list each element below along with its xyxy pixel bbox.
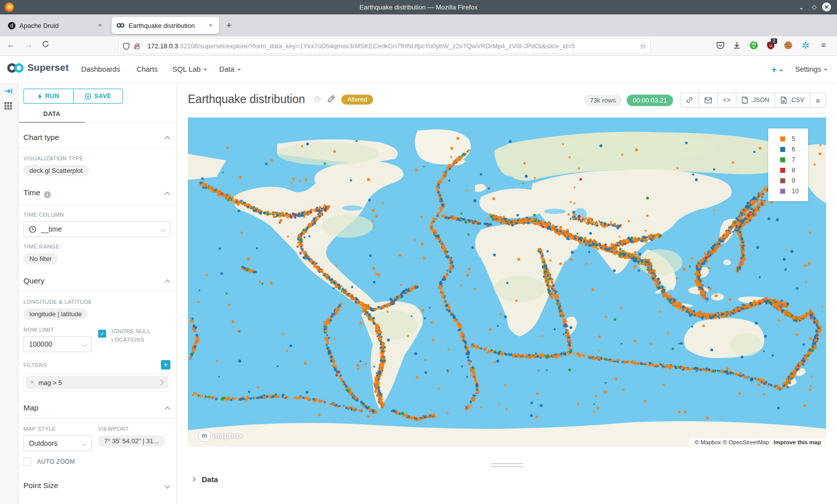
chart-menu-button[interactable]: ≡ bbox=[810, 93, 826, 107]
time-column-select[interactable]: __time bbox=[23, 221, 170, 237]
tab-close-icon[interactable]: × bbox=[96, 21, 104, 30]
export-json-button[interactable]: .JSON bbox=[736, 93, 775, 107]
ignore-null-checkbox[interactable]: ✓ bbox=[98, 330, 106, 338]
auto-zoom-checkbox[interactable] bbox=[23, 458, 31, 466]
pinwheel-extension-icon[interactable] bbox=[801, 41, 810, 50]
legend-swatch bbox=[780, 147, 785, 152]
insecure-lock-icon[interactable] bbox=[134, 42, 141, 50]
osm-attribution-link[interactable]: © OpenStreetMap bbox=[723, 439, 769, 445]
datasource-grid-icon[interactable] bbox=[4, 102, 12, 112]
share-link-button[interactable] bbox=[681, 93, 699, 107]
window-maximize-button[interactable]: ◇ bbox=[812, 3, 817, 10]
embed-code-button[interactable]: <> bbox=[718, 93, 737, 107]
tab-close-icon[interactable]: × bbox=[207, 21, 214, 30]
viewport-label: VIEWPORT bbox=[98, 426, 170, 432]
legend-label: 5 bbox=[792, 135, 795, 142]
section-point-size[interactable]: Point Size bbox=[19, 468, 176, 496]
data-panel-label: Data bbox=[202, 475, 218, 484]
extension-green-icon[interactable] bbox=[749, 41, 758, 50]
remove-filter-icon[interactable]: × bbox=[26, 379, 38, 386]
lonlat-value[interactable]: longitude | latitude bbox=[23, 308, 88, 320]
email-button[interactable] bbox=[699, 93, 718, 107]
mapbox-attribution-link[interactable]: © Mapbox bbox=[695, 439, 721, 445]
chevron-down-icon bbox=[82, 441, 87, 446]
chevron-right-icon bbox=[191, 477, 196, 482]
section-map[interactable]: Map bbox=[19, 393, 176, 418]
shield-icon[interactable] bbox=[123, 42, 131, 50]
export-button-group: <> .JSON .CSV ≡ bbox=[680, 93, 826, 108]
tab-label: Earthquake distribution bbox=[129, 22, 207, 29]
tab-earthquake-distribution[interactable]: Earthquake distribution × bbox=[112, 17, 219, 34]
filter-chip[interactable]: × mag > 5 bbox=[26, 376, 168, 389]
chevron-up-icon bbox=[164, 192, 170, 197]
legend-entry: 8 bbox=[768, 165, 808, 175]
window-minimize-button[interactable]: ⌄ bbox=[799, 3, 804, 11]
url-host: 172.18.0.3 bbox=[147, 42, 178, 50]
viewport-value[interactable]: 7° 35' 54.02" | 31... bbox=[98, 435, 165, 447]
data-results-collapse[interactable]: Data bbox=[191, 475, 218, 484]
expand-panel-icon[interactable] bbox=[4, 88, 13, 97]
superset-logo bbox=[7, 63, 24, 73]
browser-toolbar: ← → 172.18.0.3:32108/superset/explore/?f… bbox=[0, 36, 837, 56]
lightning-icon bbox=[38, 93, 42, 100]
chevron-down-icon bbox=[237, 69, 241, 71]
legend-swatch bbox=[780, 189, 785, 194]
section-time[interactable]: Timei bbox=[19, 178, 176, 204]
nav-sql-lab[interactable]: SQL Lab bbox=[172, 65, 207, 73]
download-icon[interactable] bbox=[732, 41, 741, 50]
window-close-button[interactable]: ✕ bbox=[822, 2, 831, 11]
time-column-value: __time bbox=[41, 225, 62, 233]
add-filter-button[interactable]: + bbox=[161, 360, 170, 370]
legend-label: 7 bbox=[792, 156, 795, 163]
chart-title: Earthquake distribution bbox=[188, 93, 305, 106]
export-csv-button[interactable]: .CSV bbox=[775, 93, 810, 107]
section-title: Timei bbox=[23, 188, 51, 198]
auto-zoom-label: AUTO ZOOM bbox=[37, 458, 75, 465]
resize-drag-handle[interactable] bbox=[491, 463, 524, 469]
superset-brand[interactable]: Superset bbox=[7, 62, 69, 73]
section-chart-type[interactable]: Chart type bbox=[19, 123, 176, 148]
time-range-value[interactable]: No filter bbox=[23, 253, 58, 264]
map-legend: 5678910 bbox=[768, 128, 808, 201]
deckgl-scatterplot-map[interactable]: 5678910 m mapbox © Mapbox © OpenStreetMa… bbox=[188, 118, 826, 447]
map-attribution: © Mapbox © OpenStreetMap Improve this ma… bbox=[690, 438, 826, 447]
chevron-up-icon bbox=[164, 136, 170, 141]
row-limit-select[interactable]: 100000 bbox=[23, 336, 92, 352]
save-button[interactable]: SAVE bbox=[73, 89, 124, 104]
settings-menu[interactable]: Settings bbox=[795, 65, 828, 73]
improve-map-link[interactable]: Improve this map bbox=[774, 439, 821, 445]
reload-button[interactable] bbox=[42, 40, 49, 50]
viz-type-value[interactable]: deck.gl Scatterplot bbox=[23, 165, 89, 176]
altered-badge[interactable]: Altered bbox=[341, 95, 373, 105]
window-titlebar: Earthquake distribution — Mozilla Firefo… bbox=[0, 0, 837, 14]
nav-dashboards[interactable]: Dashboards bbox=[81, 65, 120, 73]
url-text[interactable]: 172.18.0.3:32108/superset/explore/?form_… bbox=[147, 42, 640, 50]
file-icon bbox=[742, 97, 748, 104]
section-title: Chart type bbox=[23, 133, 59, 142]
new-tab-button[interactable]: + bbox=[226, 20, 232, 31]
chart-area: Earthquake distribution ☆ Altered 73k ro… bbox=[177, 84, 837, 504]
map-style-select[interactable]: Outdoors bbox=[23, 435, 92, 451]
menu-burger-icon[interactable]: ≡ bbox=[821, 41, 826, 50]
tab-apache-druid[interactable]: d Apache Druid × bbox=[3, 17, 109, 34]
chart-header-right: 73k rows 00:00:03.21 <> .JSON .CSV ≡ bbox=[584, 93, 826, 108]
cookie-icon[interactable] bbox=[784, 41, 793, 50]
edit-properties-icon[interactable] bbox=[327, 95, 335, 105]
run-button[interactable]: RUN bbox=[23, 89, 73, 104]
url-bar[interactable]: 172.18.0.3:32108/superset/explore/?form_… bbox=[119, 39, 650, 53]
back-button[interactable]: ← bbox=[7, 40, 15, 49]
nav-charts[interactable]: Charts bbox=[137, 65, 158, 73]
section-query[interactable]: Query bbox=[19, 266, 176, 291]
pocket-icon[interactable] bbox=[716, 41, 725, 50]
plus-icon: + bbox=[771, 64, 777, 75]
nav-data[interactable]: Data bbox=[219, 65, 241, 73]
circle-plus-icon bbox=[85, 93, 91, 100]
bookmark-star-icon[interactable]: ☆ bbox=[640, 42, 646, 51]
forward-button[interactable]: → bbox=[25, 40, 33, 49]
add-new-button[interactable]: + bbox=[771, 64, 783, 75]
tab-data[interactable]: DATA bbox=[19, 104, 85, 123]
mapbox-logo[interactable]: m mapbox bbox=[199, 430, 243, 441]
chevron-up-icon bbox=[164, 279, 170, 285]
favorite-star-icon[interactable]: ☆ bbox=[313, 94, 321, 105]
legend-label: 10 bbox=[792, 187, 799, 195]
